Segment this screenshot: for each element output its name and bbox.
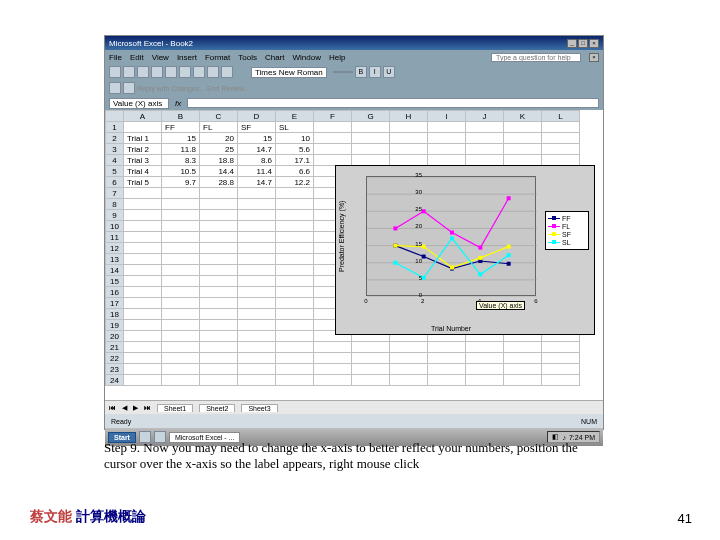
cell[interactable] <box>124 331 162 342</box>
cell[interactable]: 8.6 <box>238 155 276 166</box>
embedded-chart[interactable]: Predator Efficiency (%) 05101520253035 0… <box>335 165 595 335</box>
cell[interactable]: 10 <box>276 133 314 144</box>
cell[interactable] <box>238 210 276 221</box>
cell[interactable] <box>428 375 466 386</box>
cell[interactable] <box>504 122 542 133</box>
cell[interactable] <box>124 254 162 265</box>
legend-item[interactable]: SL <box>548 239 586 246</box>
cell[interactable] <box>428 353 466 364</box>
cell[interactable] <box>504 144 542 155</box>
row-header[interactable]: 14 <box>106 265 124 276</box>
cell[interactable] <box>276 210 314 221</box>
cell[interactable] <box>124 375 162 386</box>
cell[interactable] <box>238 353 276 364</box>
cell[interactable] <box>352 144 390 155</box>
cell[interactable] <box>314 342 352 353</box>
cell[interactable] <box>276 309 314 320</box>
tab-nav-prev[interactable]: ◀ <box>122 404 127 412</box>
cell[interactable]: 14.7 <box>238 177 276 188</box>
cell[interactable] <box>504 133 542 144</box>
cell[interactable] <box>390 364 428 375</box>
cell[interactable] <box>162 254 200 265</box>
cell[interactable]: SF <box>238 122 276 133</box>
cell[interactable] <box>200 298 238 309</box>
cell[interactable] <box>314 133 352 144</box>
row-header[interactable]: 10 <box>106 221 124 232</box>
col-header[interactable]: F <box>314 111 352 122</box>
cell[interactable] <box>124 122 162 133</box>
row-header[interactable]: 17 <box>106 298 124 309</box>
cell[interactable] <box>162 309 200 320</box>
cell[interactable] <box>352 364 390 375</box>
cell[interactable] <box>162 298 200 309</box>
sheet-tab-3[interactable]: Sheet3 <box>241 404 277 412</box>
col-header[interactable]: H <box>390 111 428 122</box>
cell[interactable] <box>124 287 162 298</box>
cell[interactable] <box>466 122 504 133</box>
cell[interactable] <box>314 353 352 364</box>
cell[interactable] <box>314 144 352 155</box>
paste-icon[interactable] <box>193 66 205 78</box>
cell[interactable] <box>238 188 276 199</box>
cell[interactable]: Trial 4 <box>124 166 162 177</box>
cell[interactable]: 25 <box>200 144 238 155</box>
doc-close-button[interactable]: × <box>589 53 599 62</box>
copy-icon[interactable] <box>179 66 191 78</box>
maximize-button[interactable]: □ <box>578 39 588 48</box>
cell[interactable] <box>466 375 504 386</box>
cell[interactable] <box>428 122 466 133</box>
tab-nav-first[interactable]: ⏮ <box>109 404 116 411</box>
cell[interactable] <box>314 375 352 386</box>
col-header[interactable]: C <box>200 111 238 122</box>
cell[interactable] <box>276 243 314 254</box>
cell[interactable] <box>124 276 162 287</box>
cell[interactable] <box>238 375 276 386</box>
italic-icon[interactable]: I <box>369 66 381 78</box>
cell[interactable] <box>200 199 238 210</box>
cell[interactable] <box>352 353 390 364</box>
minimize-button[interactable]: _ <box>567 39 577 48</box>
row-header[interactable]: 4 <box>106 155 124 166</box>
open-icon[interactable] <box>123 66 135 78</box>
row-header[interactable]: 15 <box>106 276 124 287</box>
col-header[interactable]: L <box>542 111 580 122</box>
cell[interactable] <box>542 144 580 155</box>
cell[interactable] <box>162 364 200 375</box>
cell[interactable] <box>200 265 238 276</box>
print-icon[interactable] <box>151 66 163 78</box>
cell[interactable] <box>276 331 314 342</box>
cell[interactable] <box>238 364 276 375</box>
formula-input[interactable] <box>187 98 599 108</box>
cell[interactable] <box>124 243 162 254</box>
cell[interactable]: 12.2 <box>276 177 314 188</box>
fx-icon[interactable]: fx <box>175 99 181 108</box>
row-header[interactable]: 16 <box>106 287 124 298</box>
row-header[interactable]: 9 <box>106 210 124 221</box>
row-header[interactable]: 11 <box>106 232 124 243</box>
menu-file[interactable]: File <box>109 53 122 62</box>
row-header[interactable]: 6 <box>106 177 124 188</box>
cell[interactable]: 15 <box>162 133 200 144</box>
col-header[interactable]: B <box>162 111 200 122</box>
cell[interactable] <box>352 122 390 133</box>
tab-nav-next[interactable]: ▶ <box>133 404 138 412</box>
cell[interactable] <box>542 353 580 364</box>
row-header[interactable]: 13 <box>106 254 124 265</box>
cell[interactable] <box>124 353 162 364</box>
review-icon2[interactable] <box>123 82 135 94</box>
cell[interactable] <box>162 287 200 298</box>
cell[interactable] <box>542 155 580 166</box>
cell[interactable]: 20 <box>200 133 238 144</box>
cell[interactable] <box>466 155 504 166</box>
cell[interactable] <box>200 276 238 287</box>
cell[interactable] <box>124 342 162 353</box>
cell[interactable] <box>238 276 276 287</box>
cell[interactable] <box>124 199 162 210</box>
cell[interactable] <box>352 155 390 166</box>
cell[interactable] <box>276 199 314 210</box>
cell[interactable] <box>276 298 314 309</box>
cell[interactable] <box>390 155 428 166</box>
cell[interactable]: 11.8 <box>162 144 200 155</box>
cell[interactable] <box>200 375 238 386</box>
underline-icon[interactable]: U <box>383 66 395 78</box>
